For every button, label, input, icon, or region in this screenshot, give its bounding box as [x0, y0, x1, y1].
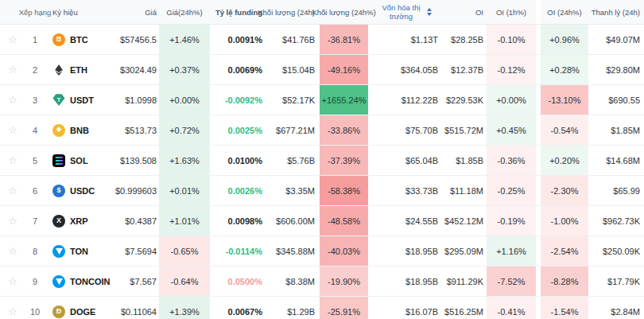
price-cell: $139.508: [108, 146, 159, 175]
rank-cell: 10: [25, 297, 45, 319]
symbol-cell[interactable]: $USDC: [45, 176, 108, 205]
star-icon[interactable]: ☆: [8, 276, 17, 286]
favorite-cell[interactable]: ☆: [0, 266, 25, 296]
price-cell: $3024.49: [108, 55, 159, 84]
funding-rate-cell: 0.0091%: [210, 25, 264, 54]
col-header-symbol[interactable]: Ký hiệu: [45, 0, 108, 24]
favorite-cell[interactable]: ☆: [0, 25, 25, 54]
volume-cell: $606.00M: [264, 206, 320, 235]
market-cap-cell: $75.70B: [368, 115, 441, 145]
star-icon[interactable]: ☆: [8, 185, 17, 196]
funding-rate-cell: 0.0026%: [210, 176, 264, 205]
symbol-label: SOL: [70, 156, 88, 165]
open-interest-cell: $28.25B: [441, 25, 487, 54]
price-change-cell: +0.37%: [159, 55, 210, 84]
volume-change-cell: -58.38%: [320, 176, 368, 205]
col-header-volume-change-label: Khối lượng (24h%): [312, 8, 375, 17]
liquidation-cell: $1.85M: [588, 115, 644, 145]
rank-cell: 1: [25, 25, 45, 54]
favorite-cell[interactable]: ☆: [0, 85, 25, 115]
star-icon[interactable]: ☆: [8, 306, 17, 317]
open-interest-cell: $12.37B: [441, 55, 487, 84]
symbol-label: ETH: [70, 65, 87, 75]
favorite-cell[interactable]: ☆: [0, 146, 25, 175]
favorite-cell[interactable]: ☆: [0, 236, 25, 266]
col-header-volume-change[interactable]: Khối lượng (24h%): [320, 0, 368, 24]
oi-24h-change-cell: +0.20%: [541, 146, 588, 175]
symbol-cell[interactable]: SOL: [45, 146, 108, 175]
col-header-oi-label: OI: [475, 8, 483, 17]
col-header-open-interest[interactable]: OI: [441, 0, 487, 24]
col-header-symbol-label: Ký hiệu: [52, 8, 78, 17]
col-header-funding-label: Tỷ lệ funding: [215, 8, 262, 17]
price-change-cell: +0.00%: [159, 85, 210, 115]
table-row-xrp: ☆7XXRP$0.4387+1.01%0.0098%$606.00M-48.58…: [0, 206, 644, 236]
oi-1h-change-cell: -0.12%: [487, 55, 536, 84]
col-header-oi-1h-change[interactable]: OI (1h%): [487, 0, 536, 24]
col-header-liquidation[interactable]: Thanh lý (24h): [588, 0, 644, 24]
symbol-cell[interactable]: TONCOIN: [45, 266, 108, 296]
symbol-cell[interactable]: TUSDT: [45, 85, 108, 115]
symbol-cell[interactable]: ❖BNB: [45, 115, 108, 145]
usdt-coin-icon: T: [52, 94, 65, 107]
oi-24h-change-cell: -2.54%: [541, 236, 588, 266]
star-icon[interactable]: ☆: [8, 216, 17, 226]
funding-rate-cell: -0.0114%: [210, 236, 264, 266]
price-cell: $0.999603: [108, 176, 159, 205]
market-cap-cell: $33.73B: [368, 176, 441, 205]
open-interest-cell: $295.09M: [441, 236, 487, 266]
col-header-oi-24h-label: OI (24h%): [547, 8, 581, 17]
price-change-cell: +1.01%: [159, 206, 210, 235]
symbol-cell[interactable]: TON: [45, 236, 108, 266]
ton-coin-icon: [52, 245, 65, 258]
favorite-cell[interactable]: ☆: [0, 206, 25, 235]
oi-24h-change-cell: +0.28%: [541, 55, 588, 84]
table-header: Xếp hạng Ký hiệu Giá Giá(24h%) Tỷ lệ fun…: [0, 0, 644, 25]
table-row-bnb: ☆4❖BNB$513.73+0.72%0.0025%$677.21M-33.86…: [0, 115, 644, 146]
symbol-label: USDT: [70, 95, 94, 105]
symbol-cell[interactable]: BBTC: [45, 25, 108, 54]
symbol-cell[interactable]: ETH: [45, 55, 108, 84]
table-row-toncoin: ☆9TONCOIN$7.567-0.64%0.0500%$8.38M-19.90…: [0, 266, 644, 297]
col-header-price[interactable]: Giá: [108, 0, 159, 24]
xrp-coin-icon: X: [52, 215, 65, 228]
symbol-cell[interactable]: ÐDOGE: [45, 297, 108, 319]
open-interest-cell: $516.25M: [441, 297, 487, 319]
col-header-price-change[interactable]: Giá(24h%): [159, 0, 210, 24]
price-change-cell: +0.72%: [159, 115, 210, 145]
volume-cell: $345.88M: [264, 236, 320, 266]
oi-24h-change-cell: -0.54%: [541, 115, 588, 145]
market-cap-cell: $65.04B: [368, 146, 441, 175]
col-header-market-cap[interactable]: Vốn hóa thị trường: [368, 0, 441, 24]
funding-rate-cell: 0.0100%: [210, 146, 264, 175]
star-icon[interactable]: ☆: [8, 246, 17, 256]
table-row-sol: ☆5SOL$139.508+1.63%0.0100%$5.76B-37.39%$…: [0, 146, 644, 176]
favorite-cell[interactable]: ☆: [0, 176, 25, 205]
volume-cell: $3.35M: [264, 176, 320, 205]
col-header-funding-rate[interactable]: Tỷ lệ funding: [210, 0, 264, 24]
col-header-rank[interactable]: Xếp hạng: [25, 0, 45, 24]
favorite-cell[interactable]: ☆: [0, 115, 25, 145]
star-icon[interactable]: ☆: [8, 34, 17, 45]
star-icon[interactable]: ☆: [8, 64, 17, 75]
symbol-cell[interactable]: XXRP: [45, 206, 108, 235]
symbol-label: TONCOIN: [70, 277, 111, 286]
favorite-cell[interactable]: ☆: [0, 55, 25, 84]
star-icon[interactable]: ☆: [8, 155, 17, 165]
oi-24h-change-cell: +0.96%: [541, 25, 588, 54]
sort-icon[interactable]: [427, 8, 432, 16]
ton-coin-icon: [52, 275, 65, 288]
volume-change-cell: -25.91%: [320, 297, 368, 319]
star-icon[interactable]: ☆: [8, 95, 17, 105]
open-interest-cell: $515.72M: [441, 115, 487, 145]
price-cell: $1.0998: [108, 85, 159, 115]
market-cap-cell: $18.95B: [368, 266, 441, 296]
volume-change-cell: -33.86%: [320, 115, 368, 145]
star-icon[interactable]: ☆: [8, 125, 17, 135]
symbol-label: TON: [70, 247, 88, 256]
favorite-cell[interactable]: ☆: [0, 297, 25, 319]
table-row-eth: ☆2ETH$3024.49+0.37%0.0069%$15.04B-49.16%…: [0, 55, 644, 85]
price-change-cell: -0.64%: [159, 266, 210, 296]
rank-cell: 6: [25, 176, 45, 205]
col-header-oi-24h-change[interactable]: OI (24h%): [541, 0, 588, 24]
